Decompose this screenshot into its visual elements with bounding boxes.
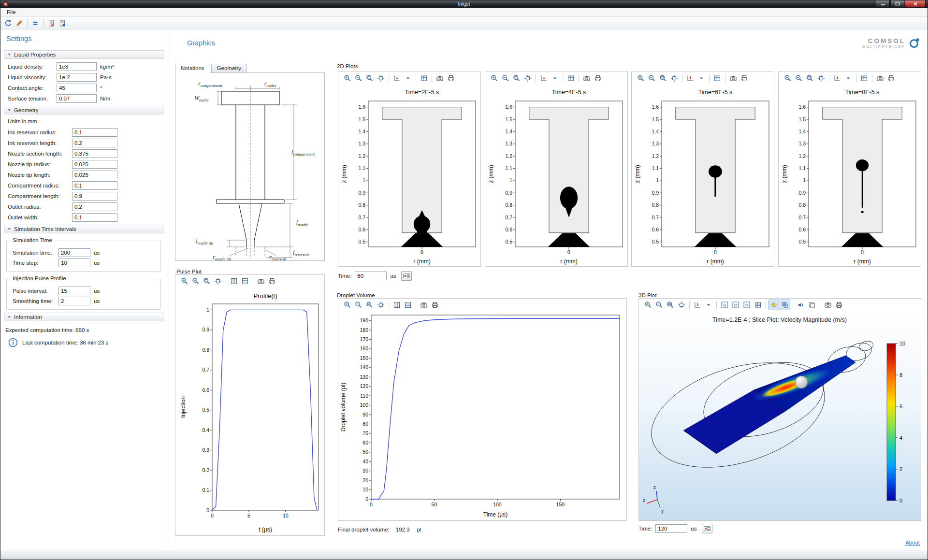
time-step-input[interactable] xyxy=(58,258,90,267)
section-simulation-time-intervals[interactable]: Simulation Time Intervals xyxy=(4,225,164,233)
zoom-extents-button[interactable] xyxy=(522,73,533,84)
zoom-out-button[interactable] xyxy=(190,276,201,287)
camera-button[interactable] xyxy=(581,73,592,84)
zoom-out-button[interactable] xyxy=(647,73,657,84)
compartment-length-input[interactable] xyxy=(72,192,117,201)
table-button[interactable] xyxy=(712,73,723,84)
ink-reservoir-radius-input[interactable] xyxy=(72,128,117,137)
contact-angle-input[interactable] xyxy=(57,84,97,92)
section-geometry[interactable]: Geometry xyxy=(4,106,164,115)
copy-button[interactable] xyxy=(807,300,817,310)
print-button[interactable] xyxy=(430,300,440,310)
zoom-extents-button[interactable] xyxy=(213,276,223,287)
zoom-in-button[interactable] xyxy=(643,300,653,310)
grid-rows-button[interactable] xyxy=(240,276,250,287)
table-button[interactable] xyxy=(419,73,429,84)
nozzle-section-length-input[interactable] xyxy=(72,149,117,158)
maximize-button[interactable] xyxy=(890,0,904,7)
camera-button[interactable] xyxy=(875,73,885,84)
print-button[interactable] xyxy=(593,73,603,84)
report-button[interactable] xyxy=(46,18,57,29)
zoom-out-button[interactable] xyxy=(353,300,364,310)
zoom-in-button[interactable] xyxy=(342,300,353,310)
2d-plot-canvas[interactable]: 0.50.60.70.80.911.11.21.31.41.51.60Time=… xyxy=(485,85,627,266)
zoom-extents-button[interactable] xyxy=(376,73,386,84)
save-button[interactable] xyxy=(57,18,68,29)
smoothing-time-input[interactable] xyxy=(58,297,90,305)
zoom-box-button[interactable] xyxy=(202,276,212,287)
speaker-button[interactable] xyxy=(796,300,806,310)
outlet-radius-input[interactable] xyxy=(72,202,117,211)
2d-plot-canvas[interactable]: 0.50.60.70.80.911.11.21.31.41.51.60Time=… xyxy=(779,85,921,266)
print-button[interactable] xyxy=(739,73,750,84)
zoom-box-button[interactable] xyxy=(511,73,522,84)
nozzle-tip-length-input[interactable] xyxy=(72,171,117,179)
zoom-box-button[interactable] xyxy=(364,73,375,84)
camera-button[interactable] xyxy=(419,300,429,310)
axis-arrow-button[interactable] xyxy=(538,73,549,84)
ink-reservoir-length-input[interactable] xyxy=(72,139,117,147)
liquid-density-input[interactable] xyxy=(57,62,97,71)
outlet-width-input[interactable] xyxy=(72,213,117,222)
dropdown-button[interactable] xyxy=(703,300,714,310)
grid-columns-button[interactable] xyxy=(229,276,239,287)
section-information[interactable]: Information xyxy=(4,313,164,321)
zoom-extents-button[interactable] xyxy=(816,73,826,84)
zoom-extents-button[interactable] xyxy=(676,300,687,310)
time-3d-input[interactable] xyxy=(655,524,687,533)
print-button[interactable] xyxy=(886,73,897,84)
2d-plot-canvas[interactable]: 0.50.60.70.80.911.11.21.31.41.51.60Time=… xyxy=(338,85,480,266)
camera-button[interactable] xyxy=(823,300,833,310)
nozzle-tip-radius-input[interactable] xyxy=(72,160,117,169)
liquid-viscosity-input[interactable] xyxy=(57,73,97,82)
axis-arrow-button[interactable] xyxy=(832,73,842,84)
grid-rows-button[interactable] xyxy=(403,300,413,310)
table-button[interactable] xyxy=(753,300,763,310)
camera-button[interactable] xyxy=(435,73,445,84)
compute-button[interactable] xyxy=(30,18,41,29)
zoom-extents-button[interactable] xyxy=(669,73,680,84)
view-yz-button[interactable]: yz xyxy=(730,300,741,310)
view-zx-button[interactable]: zx xyxy=(741,300,752,310)
zoom-out-button[interactable] xyxy=(500,73,511,84)
zoom-box-button[interactable] xyxy=(658,73,668,84)
pulse-plot-canvas[interactable]: 00.10.20.30.40.50.60.70.80.910510Profile… xyxy=(175,287,324,535)
camera-button[interactable] xyxy=(728,73,739,84)
3d-plot-canvas[interactable]: Time=1.2E-4 ; Slice Plot: Velocity Magni… xyxy=(639,311,921,520)
zoom-in-button[interactable] xyxy=(342,73,353,84)
zoom-box-button[interactable] xyxy=(805,73,815,84)
view-xy-button[interactable]: xy xyxy=(719,300,730,310)
camera-button[interactable] xyxy=(256,276,266,287)
table-button[interactable] xyxy=(566,73,576,84)
scene-light-button[interactable] xyxy=(768,300,779,310)
pulse-interval-input[interactable] xyxy=(58,287,90,295)
dropdown-button[interactable] xyxy=(696,73,707,84)
zoom-in-button[interactable] xyxy=(636,73,646,84)
zoom-in-button[interactable] xyxy=(179,276,190,287)
dropdown-button[interactable] xyxy=(843,73,854,84)
zoom-in-button[interactable] xyxy=(783,73,793,84)
time-2d-input[interactable] xyxy=(355,272,387,280)
close-button[interactable] xyxy=(905,0,926,7)
minimize-button[interactable] xyxy=(876,0,890,7)
axis-arrow-button[interactable] xyxy=(392,73,402,84)
droplet-plot-canvas[interactable]: 0102030405060708090100110120130140150160… xyxy=(338,311,626,520)
zoom-extents-button[interactable] xyxy=(376,300,386,310)
zoom-in-button[interactable] xyxy=(489,73,500,84)
print-button[interactable] xyxy=(446,73,456,84)
grid-columns-button[interactable] xyxy=(392,300,402,310)
zoom-box-button[interactable] xyxy=(364,300,375,310)
tab-geometry[interactable]: Geometry xyxy=(211,64,247,73)
about-link[interactable]: About xyxy=(905,540,920,546)
transparency-button[interactable] xyxy=(780,300,790,310)
menu-file[interactable]: File xyxy=(4,9,19,15)
simulation-time-input[interactable] xyxy=(58,248,90,257)
movie-export-button[interactable] xyxy=(702,524,712,533)
movie-export-button[interactable] xyxy=(401,271,412,281)
edit-button[interactable] xyxy=(14,18,25,29)
tab-notations[interactable]: Notations xyxy=(175,64,210,73)
table-button[interactable] xyxy=(859,73,870,84)
zoom-out-button[interactable] xyxy=(654,300,665,310)
zoom-out-button[interactable] xyxy=(794,73,804,84)
section-liquid-properties[interactable]: Liquid Properties xyxy=(4,50,164,59)
